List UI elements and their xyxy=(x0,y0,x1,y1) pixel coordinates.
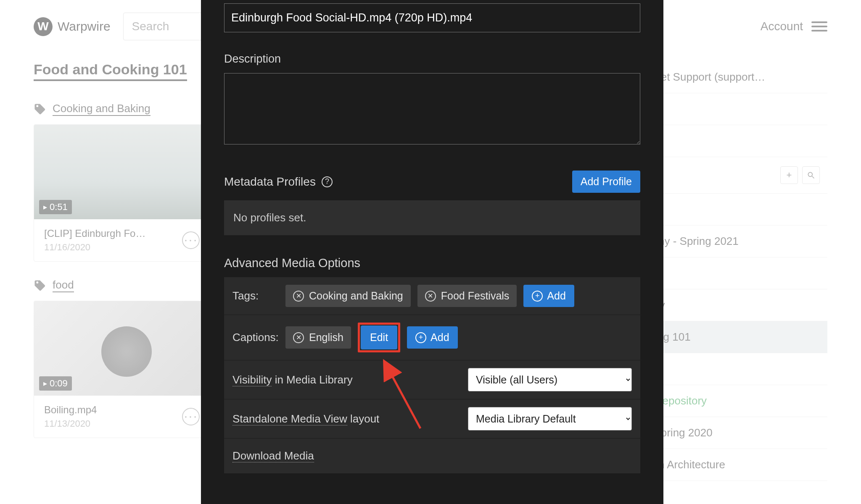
tag-icon xyxy=(34,279,46,292)
add-library-button[interactable]: + xyxy=(780,166,798,184)
tag-link-food[interactable]: food xyxy=(53,278,74,292)
captions-row: Captions: ✕English Edit +Add xyxy=(224,315,640,360)
media-title-input[interactable] xyxy=(224,3,640,32)
brand-logo[interactable]: W Warpwire xyxy=(34,17,111,36)
tag-chip-label: Cooking and Baking xyxy=(309,290,403,302)
standalone-select[interactable]: Media Library Default xyxy=(468,407,632,430)
media-date: 11/16/2020 xyxy=(44,242,182,253)
add-button-label: Add xyxy=(430,331,449,344)
description-textarea[interactable] xyxy=(224,73,640,144)
add-profile-button[interactable]: Add Profile xyxy=(572,171,640,193)
visibility-select[interactable]: Visible (all Users) xyxy=(468,368,632,391)
media-settings-modal: Description Metadata Profiles ? Add Prof… xyxy=(201,0,663,504)
account-link[interactable]: Account xyxy=(761,20,803,33)
edit-caption-button[interactable]: Edit xyxy=(361,326,397,349)
standalone-label: Standalone Media View layout xyxy=(232,412,379,425)
visibility-row: Visibility in Media Library Visible (all… xyxy=(224,360,640,399)
media-date: 11/13/2020 xyxy=(44,418,182,429)
highlight-annotation: Edit xyxy=(358,323,400,352)
brand-name: Warpwire xyxy=(58,19,111,34)
tag-icon xyxy=(34,103,46,116)
tag-chip[interactable]: ✕Cooking and Baking xyxy=(285,285,411,307)
download-media-link[interactable]: Download Media xyxy=(232,449,314,462)
plus-icon: + xyxy=(532,291,543,302)
visibility-label: Visibility in Media Library xyxy=(232,373,353,386)
help-icon[interactable]: ? xyxy=(322,176,333,187)
profiles-empty-state: No profiles set. xyxy=(224,200,640,235)
standalone-row: Standalone Media View layout Media Libra… xyxy=(224,399,640,438)
download-row: Download Media xyxy=(224,438,640,473)
media-card[interactable]: 0:09 Boiling.mp4 11/13/2020 ● ● ● xyxy=(34,301,210,438)
svg-point-0 xyxy=(808,172,812,176)
more-menu-icon[interactable]: ● ● ● xyxy=(182,408,200,425)
tag-chip-label: Food Festivals xyxy=(441,290,510,302)
add-button-label: Add xyxy=(547,290,565,302)
description-label: Description xyxy=(224,52,640,66)
duration-badge: 0:09 xyxy=(39,376,72,391)
search-icon xyxy=(807,171,815,179)
page-title[interactable]: Food and Cooking 101 xyxy=(34,61,187,81)
tags-row: Tags: ✕Cooking and Baking ✕Food Festival… xyxy=(224,277,640,315)
brand-logo-icon: W xyxy=(34,17,53,36)
svg-line-1 xyxy=(812,176,814,178)
duration-badge: 0:51 xyxy=(39,200,72,214)
remove-tag-icon[interactable]: ✕ xyxy=(425,291,436,302)
add-caption-button[interactable]: +Add xyxy=(407,326,457,349)
remove-caption-icon[interactable]: ✕ xyxy=(293,332,304,343)
caption-chip[interactable]: ✕English xyxy=(285,326,351,349)
media-thumbnail: 0:51 xyxy=(34,125,210,219)
more-menu-icon[interactable]: ● ● ● xyxy=(182,231,200,249)
media-card[interactable]: 0:51 [CLIP] Edinburgh Fo… 11/16/2020 ● ●… xyxy=(34,124,210,262)
advanced-options-heading: Advanced Media Options xyxy=(224,256,640,270)
tag-link-cooking[interactable]: Cooking and Baking xyxy=(53,102,151,116)
media-thumbnail: 0:09 xyxy=(34,301,210,396)
metadata-profiles-heading: Metadata Profiles ? xyxy=(224,175,333,189)
media-title: Boiling.mp4 xyxy=(44,404,182,416)
remove-tag-icon[interactable]: ✕ xyxy=(293,291,304,302)
menu-icon[interactable] xyxy=(811,21,827,32)
captions-label: Captions: xyxy=(232,331,279,344)
tag-chip[interactable]: ✕Food Festivals xyxy=(417,285,517,307)
tags-label: Tags: xyxy=(232,289,279,302)
media-title: [CLIP] Edinburgh Fo… xyxy=(44,228,182,239)
caption-chip-label: English xyxy=(309,331,343,344)
plus-icon: + xyxy=(415,332,426,343)
search-libraries-button[interactable] xyxy=(802,166,820,184)
add-tag-button[interactable]: +Add xyxy=(523,285,574,307)
